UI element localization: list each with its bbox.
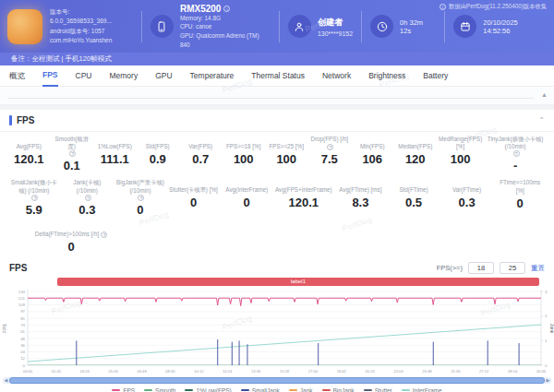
legend-smalljank[interactable]: SmallJank: [241, 387, 280, 392]
stat-label: TinyJank(极微小卡顿) (/10min)?: [486, 136, 545, 157]
stat-1%low-fps: 1%Low(FPS)111.1: [93, 136, 137, 172]
stat-label: MedRange(FPS)[%]: [439, 136, 482, 150]
tab-thermal-status[interactable]: Thermal Status: [251, 65, 305, 86]
tab-temperature[interactable]: Temperature: [190, 65, 235, 86]
package-name: com.miHoYo.Yuanshen: [50, 36, 133, 45]
stat-avg-fps-interframe: Avg(FPS+InterFrame)120.1: [273, 179, 334, 216]
creator-role: 创建者: [318, 17, 353, 29]
legend-smooth[interactable]: Smooth: [144, 387, 175, 392]
tab-memory[interactable]: Memory: [109, 65, 138, 86]
threshold-label: FPS(>=): [437, 264, 463, 272]
fps-panel: FPS ⌃ Avg(FPS)120.1Smooth(顺滑度)?0.11%Low(…: [0, 110, 554, 392]
scroll-right-icon[interactable]: ▶: [545, 377, 551, 384]
device-cpu: CPU: canoe: [180, 22, 271, 31]
stat-drop-fps-h: Drop(FPS) [/h]?7.5: [308, 136, 352, 172]
stat-value: 106: [353, 152, 392, 166]
stat-label: Drop(FPS) [/h]?: [310, 136, 350, 150]
stat-avg-ftime-ms: Avg(FTime) [ms]8.3: [334, 179, 388, 216]
svg-text:3: 3: [545, 289, 548, 293]
chart-scrollbar[interactable]: ◀ ▶: [3, 377, 551, 384]
svg-text:10:12: 10:12: [194, 369, 204, 374]
info-icon[interactable]: ?: [101, 232, 107, 238]
stat-label: Median(FPS): [396, 136, 436, 150]
stat-label: Jank(卡顿) (/10min)?: [63, 179, 113, 200]
tab-fps[interactable]: FPS: [42, 65, 58, 87]
scrollbar-thumb[interactable]: [9, 377, 545, 384]
fps-chart[interactable]: 012243648617385971091211330123FPSJank00:…: [0, 287, 554, 376]
chart-legend: FPSSmooth1%Low(FPS)SmallJankJankBigJankS…: [0, 385, 554, 392]
divider: [141, 11, 142, 42]
tab-cpu[interactable]: CPU: [76, 65, 92, 86]
svg-text:73: 73: [20, 323, 25, 327]
stat-value: 120.1: [9, 152, 49, 166]
panel-title: FPS: [17, 115, 34, 125]
stat-value: 0.5: [389, 196, 439, 209]
legend-jank[interactable]: Jank: [289, 387, 313, 392]
stat-value: 0: [169, 196, 219, 209]
tab-gpu[interactable]: GPU: [155, 65, 172, 86]
tab-brightness[interactable]: Brightness: [368, 65, 405, 86]
stat-value: 0: [222, 196, 271, 209]
info-icon[interactable]: ?: [69, 150, 76, 157]
svg-text:36: 36: [20, 342, 25, 347]
svg-text:06:48: 06:48: [137, 369, 147, 374]
divider: [444, 11, 445, 42]
legend-swatch: [241, 389, 249, 391]
legend-1%low-fps[interactable]: 1%Low(FPS): [185, 387, 231, 392]
legend-label: SmallJank: [252, 387, 280, 392]
stat-label: SmallJank(微小卡顿) (/10min)?: [9, 179, 59, 200]
info-icon: i: [440, 4, 446, 10]
chevron-up-icon[interactable]: ▲: [541, 91, 548, 98]
stat-value: 100: [439, 152, 482, 166]
fps-threshold-input-1[interactable]: [468, 262, 494, 274]
svg-text:25:30: 25:30: [451, 369, 461, 374]
legend-swatch: [289, 389, 297, 391]
annotation-band[interactable]: label1: [57, 278, 539, 286]
data-source-note: i 数据由PerfDog(11.2.250400)版本收集: [440, 3, 547, 11]
note-bar: 备注：全程测试 | 手机120帧模式: [0, 53, 554, 65]
stat-row: Delta(FTime)>100ms [/h]?0: [7, 223, 547, 254]
stat-label: Var(FTime): [442, 179, 492, 194]
svg-text:Jank: Jank: [549, 323, 554, 333]
info-icon[interactable]: ?: [85, 195, 91, 201]
stat-label: BigJank(严重卡顿) (/10min)?: [115, 179, 165, 200]
legend-interframe[interactable]: InterFrame: [402, 387, 442, 392]
stat-value: 7.5: [310, 152, 350, 166]
info-icon[interactable]: ?: [31, 195, 38, 201]
svg-text:48: 48: [20, 336, 25, 340]
legend-stutter[interactable]: Stutter: [364, 387, 392, 392]
scroll-left-icon[interactable]: ◀: [3, 377, 9, 384]
legend-swatch: [112, 389, 120, 391]
stat-min-fps: Min(FPS)106: [351, 136, 394, 172]
header: 版本号: 6.0.0_36598533_369... android版本号: 1…: [0, 0, 554, 53]
tab-idx-0[interactable]: 概览: [9, 65, 25, 86]
info-icon[interactable]: ?: [513, 150, 520, 157]
stat-value: 0: [495, 196, 545, 210]
collapse-chevron-icon[interactable]: ⌃: [538, 116, 545, 125]
tab-battery[interactable]: Battery: [423, 65, 448, 86]
legend-swatch: [322, 389, 331, 391]
stat-value: 0.9: [138, 152, 178, 166]
reset-button[interactable]: 重置: [531, 264, 545, 273]
legend-swatch: [402, 389, 410, 391]
svg-text:03:24: 03:24: [80, 369, 90, 374]
stat-value: 111.1: [95, 152, 135, 166]
tab-network[interactable]: Network: [322, 65, 351, 86]
stat-median-fps: Median(FPS)120: [394, 136, 438, 172]
info-icon[interactable]: ?: [138, 195, 144, 201]
legend-fps[interactable]: FPS: [112, 387, 135, 392]
legend-swatch: [364, 389, 372, 391]
device-info-icon[interactable]: i: [223, 6, 230, 12]
chart-title: FPS: [9, 263, 27, 273]
stat-value: 8.3: [336, 196, 386, 209]
svg-text:0: 0: [545, 362, 548, 367]
info-icon[interactable]: ?: [327, 144, 333, 150]
stat-value: 0: [9, 240, 133, 254]
stat-row: Avg(FPS)120.1Smooth(顺滑度)?0.11%Low(FPS)11…: [7, 136, 547, 172]
legend-bigjank[interactable]: BigJank: [322, 387, 355, 392]
fps-threshold-input-2[interactable]: [500, 262, 525, 274]
svg-text:24: 24: [20, 350, 25, 354]
test-duration: 0h 32m 12s: [400, 18, 436, 35]
legend-label: InterFrame: [413, 387, 442, 392]
stat-var-ftime: Var(FTime)0.3: [440, 179, 494, 216]
